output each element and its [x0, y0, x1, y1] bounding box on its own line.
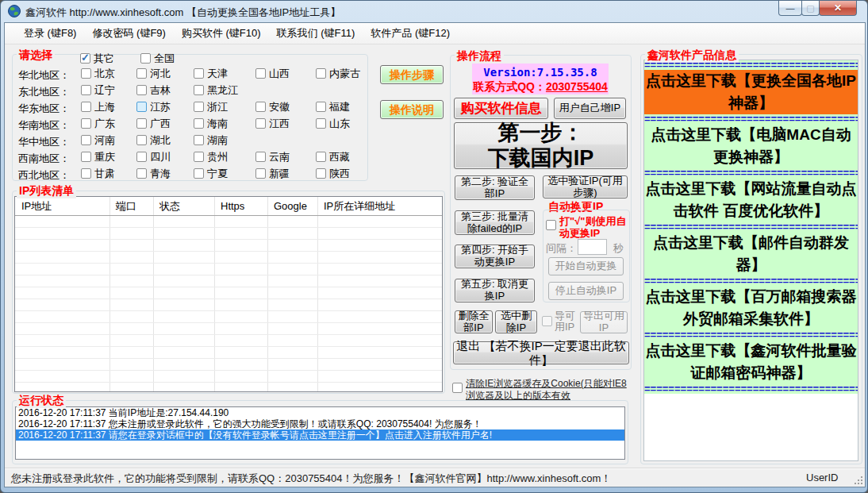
table-row[interactable] [15, 252, 442, 264]
region-checkbox[interactable] [136, 118, 147, 129]
region-option[interactable]: 江苏 [136, 101, 171, 113]
region-checkbox[interactable] [194, 102, 204, 112]
table-column-header[interactable]: Google [267, 197, 307, 215]
step2-verify-all-button[interactable]: 第二步: 验证全部IP [455, 175, 535, 200]
table-row[interactable] [15, 275, 442, 287]
region-checkbox[interactable] [81, 168, 91, 179]
region-option[interactable]: 内蒙古 [316, 67, 360, 79]
region-checkbox[interactable] [255, 118, 266, 129]
region-checkbox[interactable] [316, 168, 326, 179]
table-row[interactable] [15, 287, 442, 299]
region-option[interactable]: 北京 [81, 67, 115, 79]
region-option[interactable]: 天津 [194, 67, 228, 79]
region-option[interactable]: 上海 [81, 101, 115, 113]
region-checkbox[interactable] [136, 68, 147, 79]
verify-selected-button[interactable]: 选中验证IP(可用步骤) [543, 175, 628, 198]
region-checkbox[interactable] [140, 53, 151, 64]
region-checkbox[interactable] [194, 135, 204, 145]
step1-download-ip-button[interactable]: 第一步： 下载国内IP [454, 122, 628, 169]
contact-qq-link[interactable]: 2030755404 [546, 80, 608, 93]
region-option[interactable]: 海南 [194, 117, 228, 129]
region-checkbox[interactable] [80, 53, 90, 64]
region-checkbox[interactable] [194, 68, 204, 79]
region-option[interactable]: 湖北 [136, 134, 171, 146]
region-option[interactable]: 陕西 [316, 168, 350, 179]
region-checkbox[interactable] [136, 85, 147, 95]
menu-item[interactable]: 软件产品 (键F12) [363, 24, 458, 43]
menu-item[interactable]: 购买软件 (键F10) [174, 24, 269, 43]
region-checkbox[interactable] [81, 152, 91, 162]
region-option[interactable]: 宁夏 [194, 168, 228, 179]
region-checkbox[interactable] [316, 152, 326, 162]
region-checkbox[interactable] [136, 168, 147, 179]
region-checkbox[interactable] [194, 85, 204, 95]
region-checkbox[interactable] [81, 68, 91, 79]
table-column-header[interactable]: IP地址 [15, 197, 52, 215]
region-option[interactable]: 四川 [136, 151, 171, 163]
table-row[interactable] [15, 359, 442, 371]
log-line[interactable]: 2016-12-20 17:11:37 您未注册或登录此软件，它的强大功能受到限… [16, 418, 624, 429]
delete-all-ip-button[interactable]: 删除全部IP [455, 310, 493, 333]
region-option[interactable]: 广西 [136, 117, 171, 129]
region-checkbox[interactable] [316, 102, 326, 112]
region-checkbox[interactable] [194, 118, 204, 129]
product-download-link[interactable]: 点击这里下载【网站流量自动点击软件 百度优化软件】 [644, 178, 858, 222]
region-option[interactable]: 辽宁 [81, 84, 115, 96]
table-column-header[interactable]: 状态 [153, 197, 180, 215]
table-column-header[interactable]: IP所在详细地址 [317, 197, 395, 215]
region-checkbox[interactable] [136, 135, 147, 145]
region-checkbox[interactable] [316, 68, 326, 79]
region-option[interactable]: 浙江 [194, 101, 228, 113]
stop-auto-change-button[interactable]: 停止自动换IP [548, 282, 624, 300]
region-checkbox[interactable] [316, 118, 326, 129]
region-option[interactable]: 河南 [81, 134, 115, 146]
region-option[interactable]: 新疆 [255, 168, 290, 179]
region-checkbox[interactable] [81, 135, 91, 145]
region-option[interactable]: 西藏 [316, 151, 350, 163]
table-row[interactable] [15, 323, 442, 335]
table-row[interactable] [15, 383, 442, 392]
region-option[interactable]: 黑龙江 [194, 84, 238, 96]
region-option[interactable]: 吉林 [136, 84, 171, 96]
step3-clear-failed-button[interactable]: 第三步: 批量清除failed的IP [455, 210, 535, 235]
table-column-header[interactable]: 端口 [109, 197, 136, 215]
product-download-link[interactable]: 点击这里下载【电脑MAC自动更换神器】 [644, 124, 858, 168]
region-option[interactable]: 重庆 [81, 151, 115, 163]
region-option[interactable]: 全国 [140, 52, 175, 64]
region-option[interactable]: 云南 [255, 151, 290, 163]
clear-ie-cache-checkbox[interactable] [452, 383, 463, 393]
region-checkbox[interactable] [136, 102, 147, 112]
menu-item[interactable]: 修改密码 (键F9) [84, 24, 173, 43]
region-option[interactable]: 贵州 [194, 151, 228, 163]
table-row[interactable] [15, 371, 442, 383]
region-checkbox[interactable] [255, 168, 266, 179]
step5-cancel-change-button[interactable]: 第五步: 取消更换IP [455, 279, 535, 302]
table-row[interactable] [15, 311, 442, 323]
user-add-ip-button[interactable]: 用户自己增IP [554, 98, 626, 119]
table-column-header[interactable]: Https [214, 197, 244, 215]
product-download-link[interactable]: 点击这里下载【鑫河软件批量验证邮箱密码神器】 [644, 340, 858, 384]
region-checkbox[interactable] [255, 102, 266, 112]
maximize-button[interactable]: ▢ [801, 1, 820, 16]
product-download-link[interactable]: 点击这里下载【更换全国各地IP神器】 [644, 70, 858, 114]
resize-grip-icon[interactable] [853, 475, 862, 484]
delete-selected-ip-button[interactable]: 选中删除IP [495, 310, 537, 333]
close-button[interactable]: ✕ [819, 1, 857, 16]
table-row[interactable] [15, 335, 442, 347]
auto-change-checkbox[interactable] [546, 220, 556, 230]
buy-software-info-button[interactable]: 购买软件信息 [454, 98, 548, 119]
run-status-log[interactable]: 2016-12-20 17:11:37 当前IP地址是:27.154.44.19… [15, 406, 625, 460]
region-option[interactable]: 江西 [255, 117, 290, 129]
region-checkbox[interactable] [81, 118, 91, 129]
interval-input[interactable] [578, 239, 607, 255]
exit-button[interactable]: 退出 【若不换IP一定要退出此软件】 [453, 341, 629, 364]
region-checkbox[interactable] [255, 68, 266, 79]
minimize-button[interactable]: — [778, 1, 802, 16]
product-download-link[interactable]: 点击这里下载【邮件自动群发器】 [644, 232, 858, 276]
region-option[interactable]: 青海 [136, 168, 171, 179]
product-download-link[interactable]: 点击这里下载【百万邮箱搜索器 外贸邮箱采集软件】 [644, 286, 858, 330]
region-checkbox[interactable] [81, 85, 91, 95]
log-line[interactable]: 2016-12-20 17:11:37 当前IP地址是:27.154.44.19… [16, 407, 624, 418]
table-row[interactable] [15, 299, 442, 311]
table-row[interactable] [15, 264, 442, 275]
